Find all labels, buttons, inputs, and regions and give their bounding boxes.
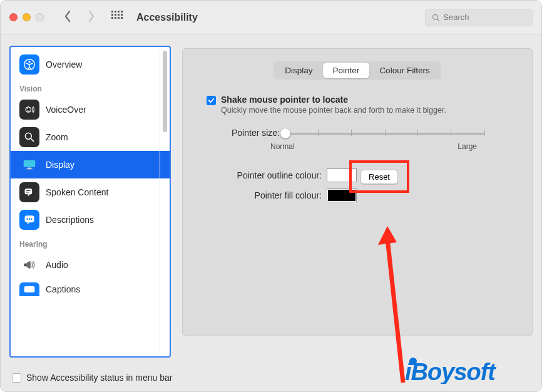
status-menubar-checkbox[interactable] bbox=[12, 373, 21, 383]
svg-rect-23 bbox=[25, 188, 33, 194]
page-title: Accessibility bbox=[136, 12, 198, 23]
watermark: iBoysoft bbox=[405, 355, 530, 386]
shake-description: Quickly move the mouse pointer back and … bbox=[221, 106, 446, 115]
sidebar-item-spoken-content[interactable]: Spoken Content bbox=[11, 178, 170, 206]
sidebar-item-descriptions[interactable]: Descriptions bbox=[11, 206, 170, 234]
spoken-content-icon bbox=[19, 182, 39, 202]
traffic-lights bbox=[9, 13, 44, 21]
svg-line-19 bbox=[31, 139, 34, 142]
svg-line-13 bbox=[437, 19, 439, 21]
captions-icon bbox=[19, 282, 39, 296]
svg-rect-6 bbox=[118, 14, 120, 16]
tab-colour-filters[interactable]: Colour Filters bbox=[369, 63, 439, 78]
svg-rect-31 bbox=[24, 286, 35, 292]
slider-knob[interactable] bbox=[280, 128, 290, 138]
scrollbar-thumb[interactable] bbox=[163, 51, 167, 132]
sidebar-item-label: Descriptions bbox=[46, 215, 94, 225]
svg-point-29 bbox=[31, 219, 33, 220]
close-window[interactable] bbox=[9, 13, 18, 21]
show-all-icon[interactable] bbox=[111, 11, 123, 24]
reset-button[interactable]: Reset bbox=[360, 170, 398, 184]
svg-rect-9 bbox=[115, 17, 116, 19]
slider-max-label: Large bbox=[458, 142, 477, 151]
nav-buttons bbox=[63, 10, 96, 25]
sidebar-item-voiceover[interactable]: VoiceOver bbox=[11, 96, 170, 123]
svg-rect-5 bbox=[115, 14, 116, 16]
svg-rect-2 bbox=[118, 11, 120, 13]
svg-rect-8 bbox=[111, 17, 113, 19]
svg-point-30 bbox=[26, 262, 31, 268]
sidebar-item-label: Display bbox=[46, 160, 74, 170]
minimize-window[interactable] bbox=[23, 13, 31, 21]
svg-rect-1 bbox=[115, 11, 116, 13]
sidebar-item-label: Zoom bbox=[46, 132, 68, 142]
search-input[interactable] bbox=[443, 13, 526, 22]
sidebar-item-label: Overview bbox=[46, 59, 82, 70]
outline-color-label: Pointer outline colour: bbox=[195, 170, 327, 180]
voiceover-icon bbox=[19, 100, 39, 120]
svg-rect-3 bbox=[121, 11, 123, 13]
svg-rect-0 bbox=[111, 11, 113, 13]
svg-rect-22 bbox=[26, 168, 32, 169]
svg-rect-21 bbox=[28, 168, 31, 169]
forward-button[interactable] bbox=[86, 10, 96, 25]
display-icon bbox=[19, 155, 39, 175]
svg-rect-4 bbox=[111, 14, 113, 16]
tab-display[interactable]: Display bbox=[275, 63, 322, 78]
svg-rect-20 bbox=[24, 160, 35, 167]
search-field[interactable] bbox=[425, 9, 533, 26]
svg-point-15 bbox=[28, 61, 30, 63]
sidebar-item-zoom[interactable]: Zoom bbox=[11, 123, 170, 151]
tabs: Display Pointer Colour Filters bbox=[195, 61, 519, 80]
fill-color-label: Pointer fill colour: bbox=[195, 190, 327, 200]
svg-rect-7 bbox=[121, 14, 123, 16]
zoom-icon bbox=[19, 127, 39, 147]
content-panel: Display Pointer Colour Filters Shake mou… bbox=[182, 48, 533, 336]
pointer-size-label: Pointer size: bbox=[232, 128, 280, 138]
back-button[interactable] bbox=[63, 10, 73, 25]
sidebar-item-label: VoiceOver bbox=[46, 105, 86, 115]
sidebar-item-label: Audio bbox=[46, 260, 68, 270]
shake-checkbox[interactable] bbox=[207, 96, 216, 105]
sidebar: Overview Vision VoiceOver Zoom Displa bbox=[9, 46, 171, 358]
pointer-size-slider[interactable] bbox=[285, 127, 484, 140]
tab-pointer[interactable]: Pointer bbox=[323, 63, 370, 78]
sidebar-item-display[interactable]: Display bbox=[11, 151, 170, 178]
fullscreen-window[interactable] bbox=[36, 13, 44, 21]
shake-label: Shake mouse pointer to locate bbox=[221, 95, 446, 105]
accessibility-icon bbox=[19, 54, 39, 75]
search-icon bbox=[432, 13, 439, 22]
descriptions-icon bbox=[19, 210, 39, 230]
reset-highlight-box: Reset bbox=[349, 160, 409, 193]
toolbar: Accessibility bbox=[1, 1, 541, 34]
accessibility-prefs-window: Accessibility Overview Vision VoiceOver bbox=[0, 0, 542, 392]
sidebar-item-audio[interactable]: Audio bbox=[11, 251, 170, 279]
svg-point-27 bbox=[26, 219, 28, 220]
svg-text:iBoysoft: iBoysoft bbox=[405, 359, 496, 384]
sidebar-item-label: Spoken Content bbox=[46, 187, 108, 197]
sidebar-item-label: Captions bbox=[46, 284, 80, 294]
svg-rect-10 bbox=[118, 17, 120, 19]
sidebar-item-captions[interactable]: Captions bbox=[11, 279, 170, 300]
status-menubar-label: Show Accessibility status in menu bar bbox=[26, 373, 172, 383]
audio-icon bbox=[19, 255, 39, 275]
section-vision: Vision bbox=[11, 78, 170, 96]
slider-min-label: Normal bbox=[270, 142, 295, 151]
svg-point-18 bbox=[25, 133, 31, 139]
sidebar-item-overview[interactable]: Overview bbox=[11, 51, 170, 78]
svg-point-28 bbox=[29, 219, 31, 220]
section-hearing: Hearing bbox=[11, 234, 170, 251]
svg-point-17 bbox=[27, 108, 28, 110]
svg-rect-11 bbox=[121, 17, 123, 19]
